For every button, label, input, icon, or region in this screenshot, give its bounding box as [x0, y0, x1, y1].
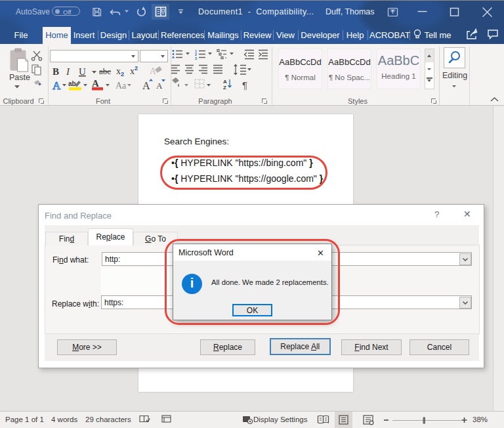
svg-text:x: x [116, 66, 121, 76]
svg-text:2: 2 [135, 65, 138, 72]
svg-text:3: 3 [195, 56, 197, 60]
svg-text:ab: ab [68, 80, 76, 87]
svg-text:A: A [52, 79, 61, 92]
svg-text:A: A [150, 66, 157, 76]
svg-text:abc: abc [99, 66, 111, 76]
svg-text:¶: ¶ [242, 79, 247, 91]
svg-text:2: 2 [121, 71, 124, 77]
svg-text:Aa: Aa [116, 81, 127, 91]
svg-text:A: A [223, 79, 227, 85]
svg-text:A: A [156, 81, 163, 91]
svg-text:I: I [66, 66, 70, 77]
svg-text:A: A [142, 80, 150, 91]
svg-text:B: B [52, 66, 59, 77]
svg-text:Z: Z [223, 85, 226, 91]
svg-text:U: U [79, 66, 86, 77]
svg-text:x: x [130, 66, 135, 76]
svg-text:A: A [92, 78, 99, 89]
